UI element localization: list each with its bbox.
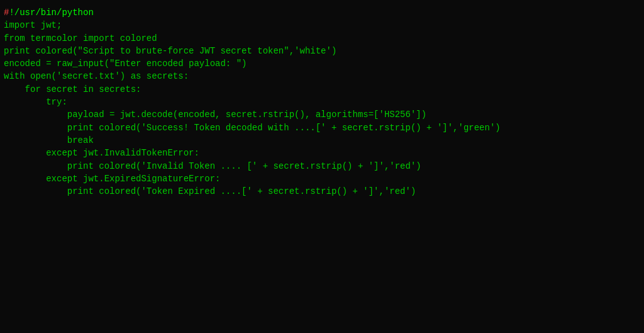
code-line-except1: except jwt.InvalidTokenError: <box>4 147 640 159</box>
code-line-import: import jwt; <box>4 19 640 31</box>
code-line-for: for secret in secrets: <box>4 83 640 96</box>
code-line-encoded: encoded = raw_input("Enter encoded paylo… <box>4 57 640 70</box>
code-line-break: break <box>4 134 640 147</box>
code-line-print_success: print colored('Success! Token decoded wi… <box>4 121 640 134</box>
code-line-print1: print colored("Script to brute-force JWT… <box>4 45 640 57</box>
code-line-with: with open('secret.txt') as secrets: <box>4 70 640 82</box>
code-line-from: from termcolor import colored <box>4 32 640 45</box>
code-line-try: try: <box>4 96 640 108</box>
code-editor: #!/usr/bin/pythonimport jwt;from termcol… <box>0 0 644 333</box>
code-line-print_invalid: print colored('Invalid Token .... [' + s… <box>4 160 640 172</box>
code-line-except2: except jwt.ExpiredSignatureError: <box>4 172 640 185</box>
code-line-print_expired: print colored('Token Expired ....[' + se… <box>4 185 640 198</box>
code-line-payload: payload = jwt.decode(encoded, secret.rst… <box>4 108 640 121</box>
code-line-shebang: #!/usr/bin/python <box>4 6 640 19</box>
